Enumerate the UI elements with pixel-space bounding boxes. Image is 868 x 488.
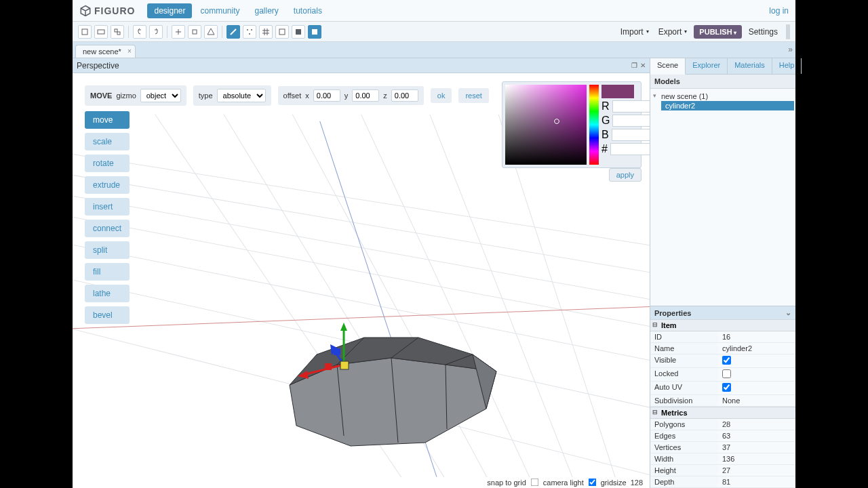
svg-rect-8 [279,29,285,35]
tool-scale[interactable]: scale [85,133,130,150]
tool-extrude[interactable]: extrude [85,176,130,194]
prop-row: Vertices37 [650,442,795,453]
tool-fill[interactable]: fill [85,263,130,281]
tool-icon-4[interactable] [172,25,185,39]
prop-row: Visible [650,354,795,368]
svg-rect-4 [193,30,197,34]
tool-list: movescalerotateextrudeinsertconnectsplit… [85,111,130,324]
svg-marker-36 [340,323,347,331]
prop-row: Locked [650,368,795,382]
panel-tabs: SceneExplorerMaterialsHelp [650,58,795,75]
section-metrics[interactable]: Metrics [650,407,795,419]
prop-checkbox[interactable] [722,356,731,365]
hue-slider[interactable] [589,85,599,165]
section-item[interactable]: Item [650,319,795,331]
login-link[interactable]: log in [769,6,789,16]
svg-point-6 [251,29,252,30]
ok-button[interactable]: ok [431,88,452,103]
svg-rect-41 [340,361,349,369]
sv-picker[interactable] [505,85,587,165]
tool-icon-3[interactable] [111,25,124,39]
offset-x-input[interactable] [313,89,340,102]
tool-lathe[interactable]: lathe [85,285,130,302]
svg-point-7 [249,33,250,35]
collapse-icon[interactable]: ⌄ [785,308,791,317]
hex-input[interactable] [610,143,650,155]
grid-icon[interactable] [259,25,273,39]
tool-icon-1[interactable] [78,25,92,39]
solid-icon[interactable] [292,25,305,39]
import-menu[interactable]: Import [618,25,652,39]
reset-button[interactable]: reset [458,88,488,103]
type-select[interactable]: absolute [217,89,266,102]
nav-community[interactable]: community [193,3,246,18]
status-bar: snap to grid camera light gridsize128 [487,478,643,487]
edge-mode-icon[interactable] [226,25,240,39]
prop-row: Auto UV [650,382,795,395]
viewport[interactable]: MOVE gizmo object type absolute offset x… [73,73,650,488]
scene-tree: new scene (1) cylinder2 [650,89,795,306]
color-swatch [601,85,634,98]
prop-row: Depth81 [650,476,795,488]
restore-icon[interactable]: ❐ [631,62,637,69]
tree-item[interactable]: cylinder2 [661,101,794,110]
gizmo-select[interactable]: object [140,89,181,102]
tree-root[interactable]: new scene (1) [652,92,794,101]
prop-row: Height27 [650,465,795,476]
panel-tab-materials[interactable]: Materials [728,58,772,74]
export-menu[interactable]: Export [656,25,690,39]
prop-checkbox[interactable] [722,369,731,378]
camlight-checkbox[interactable] [588,479,596,487]
r-input[interactable] [612,100,650,113]
svg-rect-2 [115,29,117,32]
svg-rect-43 [334,348,340,355]
tool-icon-5[interactable] [188,25,201,39]
apply-button[interactable]: apply [609,168,642,182]
collapse-icon[interactable]: » [788,45,793,54]
mesh-object[interactable] [269,290,513,466]
tool-move[interactable]: move [85,111,130,129]
publish-button[interactable]: PUBLISH [694,25,741,39]
svg-rect-9 [296,29,301,35]
toolbar-scroll[interactable] [786,24,790,39]
prop-checkbox[interactable] [722,383,731,392]
tool-split[interactable]: split [85,241,130,259]
tool-icon-6[interactable] [204,25,218,39]
prop-row: Width136 [650,453,795,465]
g-input[interactable] [612,115,650,127]
redo-icon[interactable] [149,25,163,39]
offset-y-input[interactable] [352,89,379,102]
settings-link[interactable]: Settings [746,25,781,39]
tool-bevel[interactable]: bevel [85,306,130,324]
vertex-mode-icon[interactable] [243,25,256,39]
prop-row: Namecylinder2 [650,343,795,354]
close-icon[interactable]: × [127,47,132,55]
properties-header: Properties⌄ [650,306,795,319]
cube-icon [79,5,92,17]
tool-insert[interactable]: insert [85,198,130,216]
offset-z-input[interactable] [391,89,418,102]
panel-tab-explorer[interactable]: Explorer [686,58,728,74]
tool-icon-2[interactable] [94,25,108,39]
panel-tab-help[interactable]: Help [772,58,802,74]
doc-tab[interactable]: new scene* × [75,45,136,58]
color-picker: R G B # [502,81,642,168]
toolbar: Import Export PUBLISH Settings [73,22,795,42]
nav-tutorials[interactable]: tutorials [287,3,329,18]
snap-checkbox[interactable] [530,479,538,487]
shaded-icon[interactable] [308,25,321,39]
tool-connect[interactable]: connect [85,220,130,237]
tool-rotate[interactable]: rotate [85,155,130,172]
b-input[interactable] [612,129,650,141]
nav-designer[interactable]: designer [147,3,192,18]
prop-row: Edges63 [650,430,795,442]
wireframe-icon[interactable] [275,25,289,39]
undo-icon[interactable] [133,25,146,39]
svg-rect-10 [312,29,317,35]
panel-tab-scene[interactable]: Scene [650,58,686,75]
svg-line-23 [498,115,622,477]
close-icon[interactable]: ✕ [640,62,646,69]
nav-gallery[interactable]: gallery [248,3,285,18]
svg-rect-0 [82,29,87,35]
right-panel: SceneExplorerMaterialsHelp Models new sc… [650,58,795,488]
